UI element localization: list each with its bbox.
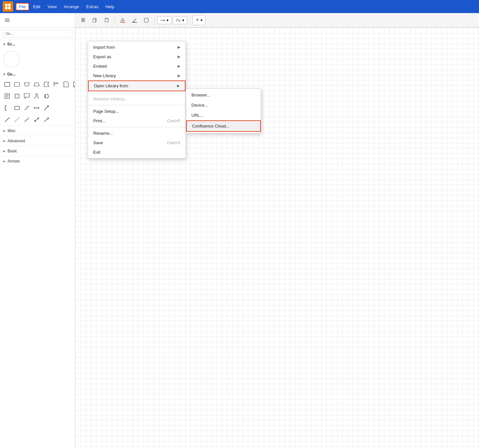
menu-exit[interactable]: Exit bbox=[88, 147, 186, 157]
shape-arrow-right[interactable] bbox=[42, 115, 51, 124]
shape-note[interactable] bbox=[3, 92, 12, 101]
sidebar-toggle-button[interactable] bbox=[3, 16, 12, 25]
sidebar-section-arrows-label: Arrows bbox=[8, 159, 20, 164]
arrow-icon-3: ▶ bbox=[178, 64, 180, 68]
svg-rect-15 bbox=[120, 22, 125, 23]
sidebar-section-arrows[interactable]: ▶ Arrows bbox=[0, 156, 75, 166]
menu-new-library[interactable]: New Library ▶ bbox=[88, 71, 186, 80]
svg-rect-13 bbox=[93, 19, 96, 22]
submenu-browser[interactable]: Browser... bbox=[186, 90, 261, 100]
shape-bracket[interactable] bbox=[3, 103, 12, 112]
chevron-down-icon: ▼ bbox=[3, 43, 6, 46]
menu-file[interactable]: File bbox=[16, 3, 29, 10]
svg-rect-3 bbox=[8, 7, 11, 9]
sidebar-section-scratch[interactable]: ▼ Sc... bbox=[0, 40, 75, 48]
svg-rect-29 bbox=[15, 94, 19, 98]
sidebar: ▼ Sc... ▼ Ge... bbox=[0, 28, 75, 448]
shape-arrow-double[interactable] bbox=[32, 103, 41, 112]
print-shortcut: Cmd+P bbox=[167, 119, 180, 123]
shape-line-straight[interactable] bbox=[22, 115, 31, 124]
menu-help[interactable]: Help bbox=[102, 3, 117, 10]
save-shortcut: Cmd+S bbox=[167, 141, 180, 145]
arrow-icon: ▶ bbox=[178, 45, 180, 49]
svg-line-38 bbox=[14, 117, 20, 122]
waypoint-style-button[interactable]: ▾ bbox=[173, 16, 187, 24]
menu-embed[interactable]: Embed ▶ bbox=[88, 61, 186, 71]
toolbar-separator-3 bbox=[190, 16, 190, 24]
shape-doc[interactable] bbox=[62, 80, 71, 89]
arrow-icon-4: ▶ bbox=[178, 74, 180, 78]
search-input[interactable] bbox=[3, 30, 72, 38]
sidebar-header bbox=[0, 13, 75, 27]
menu-import-from[interactable]: Import from ▶ bbox=[88, 43, 186, 52]
line-color-button[interactable] bbox=[129, 15, 140, 26]
submenu-device[interactable]: Device... bbox=[186, 100, 261, 110]
shape-rect[interactable] bbox=[3, 80, 12, 89]
canvas-area[interactable]: Import from ▶ Export as ▶ Embed ▶ New Li… bbox=[75, 28, 479, 448]
sidebar-section-misc-label: Misc bbox=[8, 129, 16, 133]
file-menu-dropdown: Import from ▶ Export as ▶ Embed ▶ New Li… bbox=[88, 41, 186, 159]
shape-flag[interactable] bbox=[42, 80, 51, 89]
svg-line-39 bbox=[25, 118, 29, 122]
chevron-right-icon-2: ▶ bbox=[3, 139, 6, 143]
sidebar-section-scratch-label: Sc... bbox=[7, 42, 15, 46]
menu-print[interactable]: Print... Cmd+P bbox=[88, 116, 186, 126]
copy-style-button[interactable] bbox=[90, 15, 100, 26]
submenu-confluence-cloud[interactable]: Confluence Cloud... bbox=[186, 120, 261, 132]
menu-view[interactable]: View bbox=[44, 3, 60, 10]
fill-color-button[interactable] bbox=[117, 15, 128, 26]
menu-page-setup[interactable]: Page Setup... bbox=[88, 107, 186, 116]
shape-doc2[interactable] bbox=[71, 80, 75, 89]
menu-arrange[interactable]: Arrange bbox=[61, 3, 82, 10]
chevron-down-icon-2: ▼ bbox=[3, 73, 6, 76]
open-library-submenu: Browser... Device... URL... Confluence C… bbox=[186, 88, 261, 133]
connection-style-button[interactable]: ▾ bbox=[157, 16, 171, 24]
svg-marker-24 bbox=[34, 83, 39, 86]
shape-callout[interactable] bbox=[22, 92, 31, 101]
arrow-icon-2: ▶ bbox=[178, 55, 180, 59]
arrow-icon-5: ▶ bbox=[177, 84, 180, 88]
shape-box[interactable] bbox=[12, 92, 22, 101]
shape-flag2[interactable] bbox=[52, 80, 61, 89]
paste-style-button[interactable] bbox=[101, 15, 112, 26]
submenu-url[interactable]: URL... bbox=[186, 110, 261, 120]
menu-revision-history: Revision History... bbox=[88, 94, 186, 104]
sidebar-section-basic-label: Basic bbox=[8, 149, 17, 153]
svg-rect-1 bbox=[8, 4, 11, 7]
add-shape-button[interactable]: + ▾ bbox=[193, 15, 205, 25]
shape-arrow-diag[interactable] bbox=[42, 103, 51, 112]
separator-2 bbox=[88, 105, 186, 105]
app-logo[interactable] bbox=[3, 1, 13, 12]
sidebar-section-basic[interactable]: ▶ Basic bbox=[0, 146, 75, 156]
sidebar-section-general[interactable]: ▼ Ge... bbox=[0, 70, 75, 78]
menu-export-as[interactable]: Export as ▶ bbox=[88, 52, 186, 61]
menu-edit[interactable]: Edit bbox=[30, 3, 44, 10]
shapes-grid-row4 bbox=[0, 114, 75, 126]
svg-marker-33 bbox=[34, 107, 35, 109]
toolbar-separator-2 bbox=[154, 16, 154, 24]
shape-trapezoid[interactable] bbox=[22, 80, 31, 89]
shape-arrow-diag2[interactable] bbox=[32, 115, 41, 124]
shape-person[interactable] bbox=[32, 92, 41, 101]
shape-dotted-line[interactable] bbox=[12, 115, 22, 124]
shape-rect-outline[interactable] bbox=[12, 103, 22, 112]
sidebar-section-advanced[interactable]: ▶ Advanced bbox=[0, 136, 75, 146]
shape-s-curve[interactable] bbox=[22, 103, 31, 112]
menu-rename[interactable]: Rename... bbox=[88, 129, 186, 138]
separator-3 bbox=[88, 127, 186, 127]
svg-point-30 bbox=[36, 94, 38, 95]
svg-rect-2 bbox=[5, 7, 8, 9]
menu-extras[interactable]: Extras bbox=[83, 3, 102, 10]
svg-rect-0 bbox=[5, 4, 8, 7]
shape-rect2[interactable] bbox=[12, 80, 22, 89]
shape-line-diag[interactable] bbox=[3, 115, 12, 124]
sidebar-section-misc[interactable]: ▶ Misc bbox=[0, 126, 75, 136]
shape-outline-button[interactable] bbox=[141, 15, 151, 26]
delete-button[interactable] bbox=[78, 15, 88, 26]
menu-open-library-from[interactable]: Open Library from ▶ bbox=[88, 80, 186, 91]
shape-trapezoid2[interactable] bbox=[32, 80, 41, 89]
menu-save[interactable]: Save Cmd+S bbox=[88, 138, 186, 147]
shape-moon[interactable] bbox=[42, 92, 51, 101]
separator-1 bbox=[88, 93, 186, 93]
chevron-right-icon-3: ▶ bbox=[3, 149, 6, 153]
